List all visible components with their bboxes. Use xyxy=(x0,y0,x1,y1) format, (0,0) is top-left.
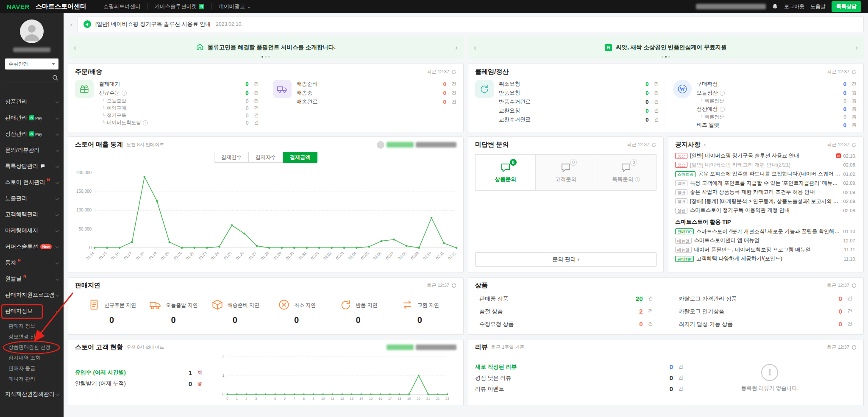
stat-value: 0 xyxy=(843,98,846,104)
stat-label: 품절 상품 xyxy=(479,308,503,315)
banner-prev-icon[interactable]: ‹ xyxy=(74,43,76,52)
delay-item-1[interactable]: 오늘출발 지연0 xyxy=(142,292,204,330)
notice-text: [장애] [통계] [마케팅분석 > 인구통계, 상품노출성과] 보고서의 20… xyxy=(690,198,841,205)
delay-item-0[interactable]: 신규주문 지연0 xyxy=(81,292,142,330)
announcement-text: [일반] 네이버쇼핑 정기구독 솔루션 사용료 안내 xyxy=(95,20,211,28)
stat-label: 알림받기 (어제 누적) xyxy=(75,380,126,387)
notice-item[interactable]: 일반좋은 사업자 상품등록 제한 카테고리 조건부 허용 안내02.09. xyxy=(675,188,857,197)
banner-fulfillment[interactable]: ‹ 물류고민을 해결할 풀필먼트 서비스를 소개합니다. › xyxy=(68,36,464,59)
refresh-icon[interactable] xyxy=(651,142,657,147)
banner-next-icon[interactable]: › xyxy=(855,43,858,52)
sidebar-item-6[interactable]: 노출관리 xyxy=(0,190,64,206)
sidebar-item-2[interactable]: 정산관리NPay xyxy=(0,126,64,142)
inquiry-tab-0[interactable]: 0상품문의 xyxy=(475,154,536,191)
refresh-icon[interactable] xyxy=(451,70,456,75)
sidebar-subitem-2[interactable]: 상품판매권한 신청 xyxy=(0,342,64,353)
sidebar-subitem-3[interactable]: 심사내역 조회 xyxy=(0,353,64,363)
logout-link[interactable]: 로그아웃 xyxy=(784,3,804,10)
search-icon[interactable] xyxy=(52,75,58,81)
stat-value: 0 xyxy=(839,320,842,328)
topbar-nav-item-2[interactable]: 네이버광고⌄ xyxy=(211,3,258,10)
sidebar-item-10[interactable]: 통계N xyxy=(0,255,64,271)
search-type-select[interactable]: 수취인명 xyxy=(5,58,58,70)
sidebar-subitem-4[interactable]: 판매자 등급 xyxy=(0,363,64,374)
sidebar-item-7[interactable]: 고객혜택관리 xyxy=(0,206,64,222)
topbar-nav-item-1[interactable]: 커머스솔루션마켓N xyxy=(147,3,211,10)
chat-bubble-icon: 0 xyxy=(560,162,571,173)
delay-item-2[interactable]: 배송준비 지연0 xyxy=(204,292,266,330)
sidebar-item-12[interactable]: 판매자지원프로그램 xyxy=(0,287,64,303)
sales-tab-0[interactable]: 결제건수 xyxy=(214,152,249,163)
notice-item[interactable]: 판매TIP고객혜택 다양하게 제공하기!(포인트)11.10. xyxy=(675,254,857,264)
announcement-bar[interactable]: [일반] 네이버쇼핑 정기구독 솔루션 사용료 안내 2023.02.10. xyxy=(77,16,864,32)
info-icon[interactable]: i xyxy=(635,177,640,182)
sidebar-item-1[interactable]: 판매관리NPay xyxy=(0,110,64,126)
stat-value: 0 xyxy=(645,117,649,123)
notice-item[interactable]: 일반[장애] [통계] [마케팅분석 > 인구통계, 상품노출성과] 보고서의 … xyxy=(675,197,857,206)
info-icon[interactable]: i xyxy=(122,91,127,96)
stat-unit: 건 xyxy=(848,81,857,87)
notices-more-icon[interactable]: › xyxy=(704,142,706,148)
notice-item[interactable]: 판매TIP스마트스토어 4분기 개편소식! 새로운 기능과 꿀팁을 확인해보세요… xyxy=(675,227,857,236)
sidebar-collapse-button[interactable]: ‹ xyxy=(68,16,75,32)
sidebar-item-13[interactable]: 판매자정보 xyxy=(0,303,64,319)
notice-item[interactable]: 일반스마트스토어 정기구독 이용약관 개정 안내02.08. xyxy=(675,206,857,215)
sales-tab-1[interactable]: 결제자수 xyxy=(248,152,283,163)
settlement-won-icon xyxy=(673,80,692,98)
refresh-icon[interactable] xyxy=(851,345,857,350)
sidebar-item-5[interactable]: 스토어 전시관리N xyxy=(0,174,64,190)
sidebar-item-0[interactable]: 상품관리 xyxy=(0,94,64,110)
sales-tab-2[interactable]: 결제금액 xyxy=(283,152,317,163)
notice-item[interactable]: 스마트팜공유 오피스에 입주할 파트너를 모집합니다.(네이버 스퀘어 광주)0… xyxy=(675,170,857,179)
topbar-nav-item-0[interactable]: 쇼핑파트너센터 xyxy=(97,3,147,10)
sidebar-item-14[interactable]: 지식재산권침해관리 xyxy=(0,386,64,402)
reviews-card: 리뷰 최근 1주일 기준 최근 12:37 새로 작성된 리뷰0건평점 낮은 리… xyxy=(468,339,864,406)
refresh-icon[interactable] xyxy=(851,283,857,288)
stat-value: 0 xyxy=(189,380,192,387)
delay-item-5[interactable]: 교환 지연0 xyxy=(389,292,451,330)
stat-label: 카탈로그 인기상품 xyxy=(679,308,725,315)
card-subtitle: 오전 8시 업데이트 xyxy=(126,344,164,350)
banner-return-care[interactable]: ‹ N 씨앗, 새싹 소상공인 반품안심케어 무료지원 › xyxy=(468,36,864,59)
refresh-icon[interactable] xyxy=(851,142,857,147)
inquiry-tab-1[interactable]: 0고객문의 xyxy=(535,154,596,191)
notice-item[interactable]: 매뉴얼스마트스토어센터 앱 매뉴얼12.07. xyxy=(675,236,857,245)
stat-unit: 명 xyxy=(194,381,202,387)
naver-logo[interactable]: NAVER xyxy=(7,3,30,10)
store-avatar[interactable] xyxy=(20,19,44,43)
info-icon[interactable]: i xyxy=(720,107,725,112)
refresh-icon[interactable] xyxy=(851,70,857,75)
sidebar-item-8[interactable]: 마케팅메세지 xyxy=(0,222,64,239)
sidebar-search-input[interactable] xyxy=(5,73,58,83)
notice-date: 12.07. xyxy=(843,238,857,243)
claim-return-icon xyxy=(475,80,494,98)
stat-row: 배송완료0건 xyxy=(297,97,457,106)
sidebar-item-3[interactable]: 문의/리뷰관리 xyxy=(0,142,64,158)
svg-text:02.01: 02.01 xyxy=(310,251,320,261)
sidebar-item-9[interactable]: 커머스솔루션New xyxy=(0,239,64,255)
svg-text:1: 1 xyxy=(223,373,225,378)
sidebar-subitem-1[interactable]: 정보변경 신청 xyxy=(0,331,64,342)
stat-label: 교환요청 xyxy=(499,107,520,114)
sidebar-item-11[interactable]: 원쁠딜N xyxy=(0,271,64,287)
banner-next-icon[interactable]: › xyxy=(455,43,458,52)
delay-item-3[interactable]: 취소 지연0 xyxy=(266,292,327,330)
info-icon[interactable]: i xyxy=(720,91,725,96)
notice-item[interactable]: 매뉴얼네이버 풀필먼트, 네이버도착보장 프로그램 매뉴얼11.11. xyxy=(675,245,857,255)
sidebar-subitem-0[interactable]: 판매자 정보 xyxy=(0,321,64,331)
sidebar-item-4[interactable]: 톡톡상담관리 xyxy=(0,158,64,174)
notice-item[interactable]: 중요[일반] 네이버쇼핑 카테고리 개편 안내(2/21)02.08. xyxy=(675,161,857,170)
delay-item-4[interactable]: 반품 지연0 xyxy=(327,292,389,330)
app-title[interactable]: 스마트스토어센터 xyxy=(36,3,86,11)
inquiry-tab-2[interactable]: 0톡톡문의i xyxy=(596,154,657,191)
notice-item[interactable]: 일반특정 고객에게 포인트를 지급할 수 있는 '포인트지급관리' 메뉴가 추가… xyxy=(675,179,857,188)
refresh-icon[interactable] xyxy=(451,283,456,288)
notification-bell-icon[interactable] xyxy=(772,3,778,10)
sidebar-subitem-5[interactable]: 매니저 관리 xyxy=(0,374,64,384)
notice-item[interactable]: 중요[일반] 네이버쇼핑 정기구독 솔루션 사용료 안내N02.10. xyxy=(675,151,857,161)
help-link[interactable]: 도움말 xyxy=(810,3,826,10)
talk-consult-button[interactable]: 톡톡상담 xyxy=(832,1,861,12)
banner-prev-icon[interactable]: ‹ xyxy=(474,43,476,52)
info-icon[interactable]: i xyxy=(143,120,148,125)
inquiry-manage-button[interactable]: 문의 관리 › xyxy=(475,252,657,267)
